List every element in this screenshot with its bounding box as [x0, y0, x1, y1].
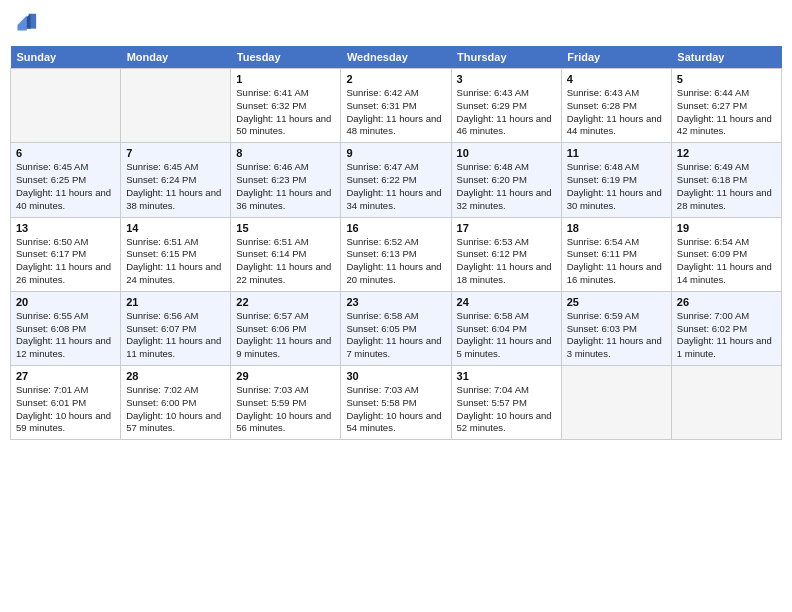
day-info: Sunrise: 6:53 AM Sunset: 6:12 PM Dayligh…	[457, 236, 556, 287]
day-number: 14	[126, 222, 225, 234]
day-info: Sunrise: 6:58 AM Sunset: 6:04 PM Dayligh…	[457, 310, 556, 361]
col-header-sunday: Sunday	[11, 46, 121, 69]
col-header-thursday: Thursday	[451, 46, 561, 69]
day-info: Sunrise: 6:57 AM Sunset: 6:06 PM Dayligh…	[236, 310, 335, 361]
day-info: Sunrise: 6:52 AM Sunset: 6:13 PM Dayligh…	[346, 236, 445, 287]
day-number: 5	[677, 73, 776, 85]
calendar-cell	[121, 69, 231, 143]
day-info: Sunrise: 7:00 AM Sunset: 6:02 PM Dayligh…	[677, 310, 776, 361]
calendar-cell: 18Sunrise: 6:54 AM Sunset: 6:11 PM Dayli…	[561, 217, 671, 291]
calendar-cell	[11, 69, 121, 143]
calendar-cell: 15Sunrise: 6:51 AM Sunset: 6:14 PM Dayli…	[231, 217, 341, 291]
logo-icon	[10, 10, 38, 38]
day-number: 28	[126, 370, 225, 382]
calendar-cell: 2Sunrise: 6:42 AM Sunset: 6:31 PM Daylig…	[341, 69, 451, 143]
day-number: 22	[236, 296, 335, 308]
col-header-friday: Friday	[561, 46, 671, 69]
day-number: 6	[16, 147, 115, 159]
day-info: Sunrise: 6:41 AM Sunset: 6:32 PM Dayligh…	[236, 87, 335, 138]
calendar-cell: 8Sunrise: 6:46 AM Sunset: 6:23 PM Daylig…	[231, 143, 341, 217]
calendar-cell: 9Sunrise: 6:47 AM Sunset: 6:22 PM Daylig…	[341, 143, 451, 217]
day-info: Sunrise: 6:54 AM Sunset: 6:11 PM Dayligh…	[567, 236, 666, 287]
day-info: Sunrise: 6:51 AM Sunset: 6:14 PM Dayligh…	[236, 236, 335, 287]
day-info: Sunrise: 6:55 AM Sunset: 6:08 PM Dayligh…	[16, 310, 115, 361]
calendar-cell: 6Sunrise: 6:45 AM Sunset: 6:25 PM Daylig…	[11, 143, 121, 217]
calendar-cell: 22Sunrise: 6:57 AM Sunset: 6:06 PM Dayli…	[231, 291, 341, 365]
day-info: Sunrise: 6:43 AM Sunset: 6:29 PM Dayligh…	[457, 87, 556, 138]
calendar-cell: 13Sunrise: 6:50 AM Sunset: 6:17 PM Dayli…	[11, 217, 121, 291]
day-number: 23	[346, 296, 445, 308]
day-info: Sunrise: 6:48 AM Sunset: 6:20 PM Dayligh…	[457, 161, 556, 212]
day-number: 2	[346, 73, 445, 85]
day-number: 21	[126, 296, 225, 308]
calendar-cell: 24Sunrise: 6:58 AM Sunset: 6:04 PM Dayli…	[451, 291, 561, 365]
day-info: Sunrise: 6:47 AM Sunset: 6:22 PM Dayligh…	[346, 161, 445, 212]
day-number: 1	[236, 73, 335, 85]
day-info: Sunrise: 6:50 AM Sunset: 6:17 PM Dayligh…	[16, 236, 115, 287]
day-info: Sunrise: 7:01 AM Sunset: 6:01 PM Dayligh…	[16, 384, 115, 435]
calendar-cell	[561, 366, 671, 440]
calendar-cell: 23Sunrise: 6:58 AM Sunset: 6:05 PM Dayli…	[341, 291, 451, 365]
day-number: 4	[567, 73, 666, 85]
day-number: 9	[346, 147, 445, 159]
calendar-cell: 21Sunrise: 6:56 AM Sunset: 6:07 PM Dayli…	[121, 291, 231, 365]
day-info: Sunrise: 6:46 AM Sunset: 6:23 PM Dayligh…	[236, 161, 335, 212]
day-info: Sunrise: 6:43 AM Sunset: 6:28 PM Dayligh…	[567, 87, 666, 138]
calendar-cell: 4Sunrise: 6:43 AM Sunset: 6:28 PM Daylig…	[561, 69, 671, 143]
day-info: Sunrise: 6:56 AM Sunset: 6:07 PM Dayligh…	[126, 310, 225, 361]
day-number: 16	[346, 222, 445, 234]
calendar-cell: 1Sunrise: 6:41 AM Sunset: 6:32 PM Daylig…	[231, 69, 341, 143]
calendar-cell: 10Sunrise: 6:48 AM Sunset: 6:20 PM Dayli…	[451, 143, 561, 217]
day-info: Sunrise: 6:45 AM Sunset: 6:25 PM Dayligh…	[16, 161, 115, 212]
calendar-cell	[671, 366, 781, 440]
day-number: 18	[567, 222, 666, 234]
calendar-cell: 27Sunrise: 7:01 AM Sunset: 6:01 PM Dayli…	[11, 366, 121, 440]
calendar-cell: 20Sunrise: 6:55 AM Sunset: 6:08 PM Dayli…	[11, 291, 121, 365]
day-number: 17	[457, 222, 556, 234]
col-header-tuesday: Tuesday	[231, 46, 341, 69]
day-info: Sunrise: 6:49 AM Sunset: 6:18 PM Dayligh…	[677, 161, 776, 212]
calendar-cell: 29Sunrise: 7:03 AM Sunset: 5:59 PM Dayli…	[231, 366, 341, 440]
day-number: 19	[677, 222, 776, 234]
day-info: Sunrise: 6:44 AM Sunset: 6:27 PM Dayligh…	[677, 87, 776, 138]
calendar-table: SundayMondayTuesdayWednesdayThursdayFrid…	[10, 46, 782, 440]
calendar-cell: 7Sunrise: 6:45 AM Sunset: 6:24 PM Daylig…	[121, 143, 231, 217]
day-number: 29	[236, 370, 335, 382]
day-number: 20	[16, 296, 115, 308]
day-info: Sunrise: 6:42 AM Sunset: 6:31 PM Dayligh…	[346, 87, 445, 138]
day-number: 11	[567, 147, 666, 159]
calendar-cell: 16Sunrise: 6:52 AM Sunset: 6:13 PM Dayli…	[341, 217, 451, 291]
day-info: Sunrise: 7:02 AM Sunset: 6:00 PM Dayligh…	[126, 384, 225, 435]
calendar-cell: 19Sunrise: 6:54 AM Sunset: 6:09 PM Dayli…	[671, 217, 781, 291]
col-header-wednesday: Wednesday	[341, 46, 451, 69]
day-info: Sunrise: 6:51 AM Sunset: 6:15 PM Dayligh…	[126, 236, 225, 287]
calendar-cell: 25Sunrise: 6:59 AM Sunset: 6:03 PM Dayli…	[561, 291, 671, 365]
col-header-monday: Monday	[121, 46, 231, 69]
calendar-cell: 5Sunrise: 6:44 AM Sunset: 6:27 PM Daylig…	[671, 69, 781, 143]
calendar-cell: 26Sunrise: 7:00 AM Sunset: 6:02 PM Dayli…	[671, 291, 781, 365]
day-number: 24	[457, 296, 556, 308]
day-number: 30	[346, 370, 445, 382]
calendar-cell: 11Sunrise: 6:48 AM Sunset: 6:19 PM Dayli…	[561, 143, 671, 217]
day-number: 10	[457, 147, 556, 159]
calendar-cell: 30Sunrise: 7:03 AM Sunset: 5:58 PM Dayli…	[341, 366, 451, 440]
day-number: 26	[677, 296, 776, 308]
day-number: 7	[126, 147, 225, 159]
calendar-cell: 3Sunrise: 6:43 AM Sunset: 6:29 PM Daylig…	[451, 69, 561, 143]
day-number: 12	[677, 147, 776, 159]
calendar-cell: 12Sunrise: 6:49 AM Sunset: 6:18 PM Dayli…	[671, 143, 781, 217]
day-number: 25	[567, 296, 666, 308]
day-info: Sunrise: 7:03 AM Sunset: 5:58 PM Dayligh…	[346, 384, 445, 435]
day-info: Sunrise: 7:04 AM Sunset: 5:57 PM Dayligh…	[457, 384, 556, 435]
col-header-saturday: Saturday	[671, 46, 781, 69]
page-header	[10, 10, 782, 38]
day-number: 13	[16, 222, 115, 234]
day-info: Sunrise: 6:45 AM Sunset: 6:24 PM Dayligh…	[126, 161, 225, 212]
day-number: 27	[16, 370, 115, 382]
day-info: Sunrise: 6:54 AM Sunset: 6:09 PM Dayligh…	[677, 236, 776, 287]
calendar-cell: 17Sunrise: 6:53 AM Sunset: 6:12 PM Dayli…	[451, 217, 561, 291]
calendar-cell: 31Sunrise: 7:04 AM Sunset: 5:57 PM Dayli…	[451, 366, 561, 440]
calendar-cell: 28Sunrise: 7:02 AM Sunset: 6:00 PM Dayli…	[121, 366, 231, 440]
day-info: Sunrise: 6:58 AM Sunset: 6:05 PM Dayligh…	[346, 310, 445, 361]
day-number: 31	[457, 370, 556, 382]
